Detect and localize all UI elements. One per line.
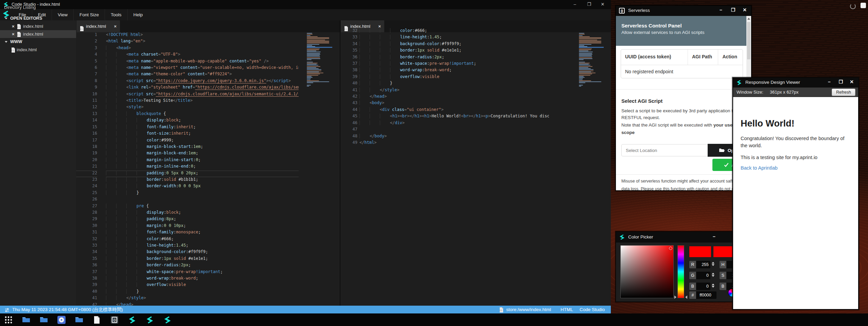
hue-arrow-left-icon[interactable] (674, 295, 676, 299)
taskbar-icon-folder[interactable] (75, 315, 84, 324)
code-token: title (178, 98, 190, 103)
code-token: > (441, 107, 443, 112)
line-number: 10 (76, 92, 97, 98)
minimap-line (307, 50, 319, 50)
line-number: 33 (340, 35, 357, 41)
minimap-line (579, 73, 596, 73)
code-token: 5px (193, 184, 201, 188)
desktop-widget-icon[interactable] (861, 3, 866, 8)
close-icon[interactable]: × (12, 30, 15, 38)
code-token: </ (116, 302, 121, 306)
code-editor-left[interactable]: <!DOCTYPE html><html lang="en"> <head> <… (106, 32, 299, 306)
code-token: word-wrap (147, 276, 169, 281)
close-button[interactable]: ✕ (596, 0, 609, 9)
hue-arrow-right-icon[interactable] (685, 295, 687, 299)
minimap-left[interactable] (307, 32, 332, 93)
taskbar-icon-media-disc[interactable] (57, 315, 66, 324)
code-token: ; (206, 256, 208, 261)
close-button[interactable]: ✕ (847, 79, 856, 84)
channel-label: B (689, 283, 696, 290)
code-studio-logo-icon (736, 80, 742, 87)
code-token: ; (198, 230, 200, 234)
code-token: : (159, 236, 161, 241)
code-token (137, 157, 147, 162)
channel-value-input[interactable]: 0 (696, 283, 710, 290)
sidebar-item-index-html[interactable]: ×index.html (0, 30, 76, 38)
code-line: line-height:1.45; (106, 243, 299, 249)
stepper-arrows-icon[interactable] (712, 273, 714, 277)
sidebar-item-index-html[interactable]: ×index.html (0, 22, 76, 30)
code-token (106, 256, 116, 261)
code-line: border-width:0 0 0 5px (106, 184, 299, 190)
code-token (143, 92, 146, 96)
code-line: <script src="https://cdnjs.cloudflare.co… (106, 92, 299, 98)
code-token (126, 118, 137, 122)
minimap-line (307, 86, 309, 87)
menu-item-help[interactable]: Help (128, 9, 149, 20)
code-token (181, 184, 183, 188)
code-token: "UTF-8" (161, 52, 178, 57)
stepper-arrows-icon[interactable] (712, 284, 714, 288)
serverless-window-title: Serverless (628, 8, 650, 13)
taskbar-icon-folder[interactable] (39, 315, 48, 324)
code-token (380, 41, 390, 46)
maximize-button[interactable]: ❐ (729, 7, 738, 13)
channel-value-input[interactable]: 0 (696, 272, 710, 279)
scroll-up-icon[interactable] (747, 18, 750, 20)
taskbar-icon-code-studio[interactable] (145, 315, 154, 324)
status-language[interactable]: HTML (561, 306, 573, 313)
code-token: pre-wrap (429, 61, 449, 66)
saturation-value-area[interactable] (620, 245, 674, 298)
taskbar-icon-folder[interactable] (22, 315, 31, 324)
status-file-path[interactable]: store:/www/index.html (506, 306, 551, 313)
minimize-button[interactable]: – (716, 7, 725, 13)
stepper-arrows-icon[interactable] (712, 262, 714, 266)
code-token: > (143, 39, 145, 43)
line-number: 27 (76, 204, 97, 210)
taskbar-icon-serverless-zero[interactable]: 0 (110, 315, 119, 324)
sidebar-item-index-html[interactable]: index.html (0, 46, 76, 54)
code-token: ; (459, 48, 461, 53)
minimize-button[interactable]: – (825, 79, 834, 84)
code-token: < (126, 85, 129, 90)
minimap-line (307, 59, 312, 60)
sidebar-section-open-editors[interactable]: OPEN EDITORS (0, 15, 76, 22)
sidebar-item-label: index.html (23, 22, 43, 30)
minimap-line (579, 37, 601, 38)
tab-close-icon[interactable]: × (114, 20, 117, 32)
hue-slider[interactable] (677, 245, 684, 298)
tab-index-html[interactable]: index.html × (76, 20, 120, 32)
minimize-button[interactable]: – (710, 234, 719, 239)
minimize-button[interactable]: – (568, 0, 582, 9)
taskbar-icon-code-studio[interactable] (163, 315, 172, 324)
loading-spinner-icon[interactable] (850, 3, 856, 9)
minimap-right[interactable] (579, 32, 604, 93)
sidebar-section-www[interactable]: WWW (0, 38, 76, 46)
taskbar-icon-code-studio[interactable] (128, 315, 137, 324)
taskbar-icon-app-grid[interactable] (4, 315, 13, 324)
code-token: body (374, 134, 384, 138)
back-to-aprintlab-link[interactable]: Back to Aprintlab (741, 165, 778, 171)
line-number: 18 (76, 144, 97, 151)
refresh-button[interactable]: Refresh (832, 89, 855, 96)
code-editor-right[interactable]: color:#666; line-height:1.45; background… (359, 28, 549, 306)
close-icon[interactable]: × (12, 22, 15, 30)
code-token (359, 134, 370, 138)
hex-value-input[interactable]: ff0000 (696, 291, 716, 299)
channel-value-input[interactable]: 255 (696, 261, 710, 268)
menu-item-font-size[interactable]: Font Size (74, 9, 105, 20)
color-selector-ring[interactable] (669, 247, 672, 250)
minimap-line (307, 68, 319, 69)
close-button[interactable]: ✕ (740, 7, 749, 13)
scroll-thumb[interactable] (747, 22, 750, 59)
code-token (126, 210, 137, 215)
minimap-line (579, 41, 601, 41)
endpoint-table: UUID (access token)AGI PathAction No reg… (621, 49, 743, 78)
code-token: 1em (188, 151, 196, 155)
code-token: h1 (392, 114, 397, 118)
menu-item-tools[interactable]: Tools (105, 9, 128, 20)
line-number: 24 (76, 184, 97, 190)
maximize-button[interactable]: ❐ (582, 0, 596, 9)
taskbar-icon-document[interactable] (92, 315, 101, 324)
maximize-button[interactable]: ❐ (836, 79, 845, 84)
